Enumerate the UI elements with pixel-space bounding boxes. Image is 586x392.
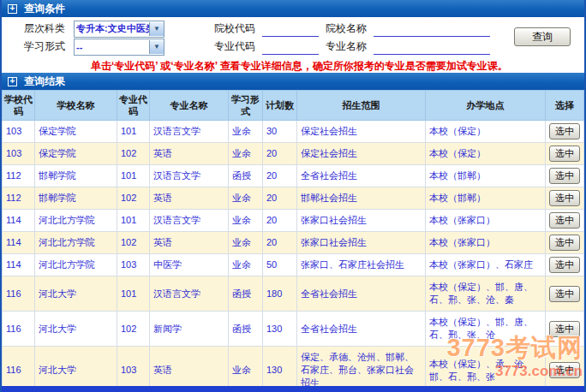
col-plan-count: 计划数 bbox=[263, 91, 297, 121]
select-button[interactable]: 选中 bbox=[549, 146, 580, 162]
major-code-cell[interactable]: 103 bbox=[117, 254, 150, 276]
plan-count-cell: 30 bbox=[263, 121, 297, 143]
plan-count-cell: 130 bbox=[263, 347, 297, 392]
major-name-cell[interactable]: 英语 bbox=[150, 187, 229, 210]
study-form-cell: 业余 bbox=[229, 232, 263, 254]
major-name-cell[interactable]: 中医学 bbox=[150, 254, 229, 276]
major-code-cell[interactable]: 101 bbox=[117, 165, 150, 187]
major-code-cell[interactable]: 102 bbox=[117, 143, 150, 165]
query-conditions-title: 查询条件 bbox=[24, 2, 65, 16]
select-button[interactable]: 选中 bbox=[549, 362, 580, 378]
location-cell: 本校（张家口） bbox=[426, 210, 546, 232]
major-name-cell[interactable]: 汉语言文学 bbox=[150, 121, 229, 143]
study-form-cell: 函授 bbox=[229, 165, 263, 187]
select-button[interactable]: 选中 bbox=[549, 190, 580, 206]
notice-text: 单击‘专业代码’ 或‘专业名称’ 查看专业详细信息，确定所你报考的专业是否需要加… bbox=[2, 59, 584, 73]
select-button[interactable]: 选中 bbox=[549, 235, 580, 251]
query-results-header: + 查询结果 bbox=[2, 73, 584, 90]
table-row: 114 河北北方学院 101 汉语言文学 业余 20 张家口社会招生 本校（张家… bbox=[3, 210, 584, 232]
location-cell: 本校（保定）、承、沧、邯、石、邢、张 bbox=[426, 347, 546, 392]
plan-count-cell: 50 bbox=[263, 254, 297, 276]
school-code-cell: 112 bbox=[3, 187, 35, 210]
location-cell: 本校（保定） bbox=[426, 143, 546, 165]
select-button[interactable]: 选中 bbox=[549, 168, 580, 184]
major-name-cell[interactable]: 英语 bbox=[150, 143, 229, 165]
school-name-cell: 邯郸学院 bbox=[35, 165, 117, 187]
select-cell: 选中 bbox=[546, 165, 584, 187]
select-button[interactable]: 选中 bbox=[549, 257, 580, 273]
enroll-scope-cell: 全省社会招生 bbox=[297, 312, 426, 347]
school-name-cell: 河北北方学院 bbox=[35, 254, 117, 276]
table-row: 114 河北北方学院 103 中医学 业余 50 张家口、石家庄社会招生 本校（… bbox=[3, 254, 584, 276]
study-form-cell: 业余 bbox=[229, 187, 263, 210]
table-header-row: 学校代码 学校名称 专业代码 专业名称 学习形式 计划数 招生范围 办学地点 选… bbox=[3, 91, 584, 121]
query-results-title: 查询结果 bbox=[24, 74, 65, 89]
school-code-cell: 103 bbox=[3, 121, 35, 143]
study-form-cell: 函授 bbox=[229, 276, 263, 312]
plan-count-cell: 130 bbox=[263, 312, 297, 347]
select-button[interactable]: 选中 bbox=[549, 286, 580, 302]
table-row: 112 邯郸学院 101 汉语言文学 函授 20 全省社会招生 本校（邯郸） 选… bbox=[3, 165, 584, 187]
enroll-scope-cell: 张家口社会招生 bbox=[297, 232, 426, 254]
table-row: 116 河北大学 102 新闻学 函授 130 全省社会招生 本校（保定）、邯、… bbox=[3, 312, 584, 347]
plan-count-cell: 20 bbox=[263, 143, 297, 165]
enroll-scope-cell: 全省社会招生 bbox=[297, 276, 426, 312]
table-row: 114 河北北方学院 102 英语 业余 20 张家口社会招生 本校（张家口） … bbox=[3, 232, 584, 254]
college-code-input[interactable] bbox=[262, 21, 319, 37]
college-name-label: 院校名称 bbox=[326, 21, 374, 36]
select-button[interactable]: 选中 bbox=[549, 321, 580, 337]
college-name-input[interactable] bbox=[374, 21, 490, 37]
enroll-scope-cell: 保定社会招生 bbox=[297, 143, 426, 165]
major-code-cell[interactable]: 102 bbox=[117, 312, 150, 347]
select-cell: 选中 bbox=[546, 210, 584, 232]
study-form-select[interactable]: -- ▼ bbox=[74, 39, 164, 56]
location-cell: 本校（保定）、邯、唐、石、邢、张、沧 bbox=[426, 312, 546, 347]
major-name-cell[interactable]: 英语 bbox=[150, 347, 229, 392]
major-name-input[interactable] bbox=[374, 39, 490, 55]
major-code-input[interactable] bbox=[262, 39, 319, 55]
select-button[interactable]: 选中 bbox=[549, 123, 580, 140]
location-cell: 本校（邯郸） bbox=[426, 165, 546, 187]
study-form-cell: 业余 bbox=[229, 210, 263, 232]
major-code-cell[interactable]: 102 bbox=[117, 232, 150, 254]
col-select: 选择 bbox=[546, 91, 584, 121]
school-name-cell: 保定学院 bbox=[35, 121, 117, 143]
enroll-scope-cell: 保定社会招生 bbox=[297, 121, 426, 143]
major-code-cell[interactable]: 101 bbox=[117, 210, 150, 232]
major-name-cell[interactable]: 汉语言文学 bbox=[150, 276, 229, 312]
major-name-cell[interactable]: 汉语言文学 bbox=[150, 210, 229, 232]
major-name-cell[interactable]: 汉语言文学 bbox=[150, 165, 229, 187]
table-row: 103 保定学院 102 英语 业余 20 保定社会招生 本校（保定） 选中 bbox=[3, 143, 584, 165]
school-code-cell: 114 bbox=[3, 232, 35, 254]
select-cell: 选中 bbox=[546, 143, 584, 165]
level-category-select[interactable]: 专升本:文史中医类 ▼ bbox=[74, 21, 164, 38]
major-code-cell[interactable]: 101 bbox=[117, 121, 150, 143]
enroll-scope-cell: 全省社会招生 bbox=[297, 165, 426, 187]
table-row: 116 河北大学 103 英语 业余 130 保定、承德、沧州、邯郸、石家庄、邢… bbox=[3, 347, 584, 392]
school-code-cell: 114 bbox=[3, 210, 35, 232]
app-window: + 查询条件 层次科类 专升本:文史中医类 ▼ 院校代码 院校名称 学习形式 -… bbox=[0, 0, 586, 392]
search-button[interactable]: 查询 bbox=[514, 27, 571, 46]
major-name-cell[interactable]: 英语 bbox=[150, 232, 229, 254]
plan-count-cell: 20 bbox=[263, 210, 297, 232]
major-code-cell[interactable]: 102 bbox=[117, 187, 150, 210]
major-code-cell[interactable]: 103 bbox=[117, 347, 150, 392]
query-form: 层次科类 专升本:文史中医类 ▼ 院校代码 院校名称 学习形式 -- ▼ 专业代… bbox=[2, 17, 584, 59]
collapse-icon[interactable]: + bbox=[8, 4, 17, 14]
select-button[interactable]: 选中 bbox=[549, 212, 580, 229]
col-location: 办学地点 bbox=[426, 91, 546, 121]
results-table-body: 103 保定学院 101 汉语言文学 业余 30 保定社会招生 本校（保定） 选… bbox=[3, 121, 584, 392]
major-code-cell[interactable]: 101 bbox=[117, 276, 150, 312]
select-cell: 选中 bbox=[546, 187, 584, 210]
collapse-icon[interactable]: + bbox=[8, 77, 17, 86]
table-row: 116 河北大学 101 汉语言文学 函授 180 全省社会招生 本校（保定）、… bbox=[3, 276, 584, 312]
select-cell: 选中 bbox=[546, 232, 584, 254]
col-school-name: 学校名称 bbox=[35, 91, 117, 121]
col-major-name: 专业名称 bbox=[150, 91, 229, 121]
study-form-cell: 业余 bbox=[229, 121, 263, 143]
major-name-cell[interactable]: 新闻学 bbox=[150, 312, 229, 347]
location-cell: 本校（邯郸） bbox=[426, 187, 546, 210]
school-code-cell: 114 bbox=[3, 254, 35, 276]
level-category-value: 专升本:文史中医类 bbox=[75, 22, 149, 35]
enroll-scope-cell: 张家口社会招生 bbox=[297, 210, 426, 232]
